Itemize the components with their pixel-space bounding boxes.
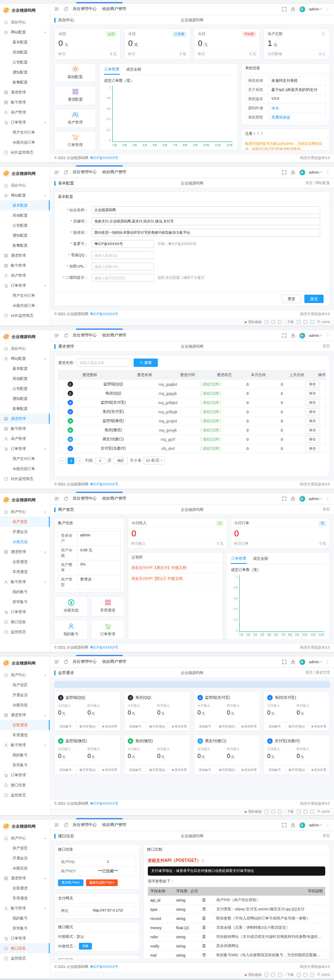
sidebar-item[interactable]: 订单管理 ▴	[0, 117, 50, 127]
zoom-level[interactable]: 100%	[317, 972, 330, 977]
edit-button[interactable]: 修改	[305, 381, 319, 388]
sidebar-item[interactable]: 站长监控状态	[0, 147, 50, 157]
sidebar-item[interactable]: 通知配置	[0, 230, 50, 240]
refresh-icon[interactable]	[63, 496, 68, 501]
sidebar-item[interactable]: 开通会员	[0, 690, 50, 700]
api-doc-link[interactable]: 发起支付API【默认】对接文档	[128, 573, 223, 584]
more-icon[interactable]: ⋮	[326, 170, 330, 174]
chart-tab[interactable]: 成交金额	[126, 66, 142, 75]
sidebar-item[interactable]: 商户首页	[0, 843, 50, 853]
lock-icon[interactable]	[291, 333, 296, 338]
lock-icon[interactable]	[291, 7, 296, 12]
sidebar-item[interactable]: 基本配置	[0, 37, 50, 47]
breadcrumb[interactable]: 首页	[323, 834, 330, 839]
sidebar-item[interactable]: 通道管理	[0, 414, 50, 424]
sidebar-item[interactable]: 余额充值	[0, 700, 50, 710]
manage-account-button[interactable]: 账号管理(0)	[286, 766, 308, 774]
refresh-icon[interactable]	[63, 333, 68, 338]
manage-account-button[interactable]: 账号管理(0)	[147, 766, 169, 774]
set-favorite-button[interactable]: ★设为常用	[238, 766, 260, 774]
edit-button[interactable]: 修改	[305, 390, 319, 397]
sidebar-item[interactable]: 订单管理 ▴	[0, 444, 50, 454]
header-nav-item[interactable]: 收款商户管理	[102, 6, 126, 12]
user-menu[interactable]: admin▾	[309, 823, 322, 827]
manage-account-button[interactable]: 账号管理(0)	[286, 722, 308, 731]
sidebar-item[interactable]: 账号管理 ▴	[0, 577, 50, 587]
more-icon[interactable]: ⋮	[326, 496, 330, 501]
shortcut-card[interactable]: 常用通道	[91, 596, 124, 616]
add-account-button[interactable]: 添加账号	[194, 722, 216, 731]
capture-tool-icon[interactable]	[271, 973, 275, 977]
sidebar-item[interactable]: 余额充值订单	[0, 137, 50, 147]
sidebar-item[interactable]: 其他配置	[0, 210, 50, 220]
sidebar-item[interactable]: 商户管理	[0, 107, 50, 117]
shortcut-card[interactable]: 基础配置	[54, 63, 96, 82]
manage-account-button[interactable]: 账号管理(0)	[77, 722, 99, 731]
avatar[interactable]: ▶	[299, 169, 305, 175]
sidebar-item[interactable]: 商户首页	[0, 517, 50, 527]
chart-tab[interactable]: 成交金额	[253, 555, 268, 564]
sidebar-item[interactable]: 订单管理	[0, 933, 50, 943]
sidebar-item[interactable]: 监控状态	[0, 953, 50, 963]
user-menu[interactable]: admin▾	[309, 7, 322, 11]
edit-button[interactable]: 修改	[305, 445, 319, 452]
field-input[interactable]	[91, 251, 154, 259]
sidebar-item[interactable]: 账号管理 ▴	[0, 903, 50, 913]
manage-account-button[interactable]: 账号管理(0)	[216, 766, 238, 774]
sidebar-item[interactable]: 订单管理 ▴	[0, 280, 50, 290]
capture-tool-icon[interactable]	[265, 810, 268, 813]
user-menu[interactable]: admin▾	[309, 170, 322, 174]
lock-icon[interactable]	[291, 170, 296, 175]
sidebar-item[interactable]: 公告配置	[0, 220, 50, 230]
more-icon[interactable]: ⋮	[326, 333, 330, 338]
capture-tool-icon[interactable]	[304, 810, 307, 813]
show-key-button[interactable]: 显示商户KEY	[58, 879, 84, 886]
lock-icon[interactable]	[291, 823, 296, 828]
add-account-button[interactable]: 添加账号	[264, 722, 286, 731]
sidebar-item[interactable]: 商户中心 ▴	[0, 670, 50, 680]
sidebar-item[interactable]: 商户中心 ▴	[0, 507, 50, 517]
sidebar-item[interactable]: 订单管理	[0, 607, 50, 617]
sidebar-item[interactable]: 商户管理	[0, 434, 50, 444]
sidebar-item[interactable]: 公告配置	[0, 384, 50, 394]
manage-account-button[interactable]: 账号管理(0)	[216, 722, 238, 731]
sidebar-item[interactable]: 开通会员	[0, 527, 50, 537]
my-video-button[interactable]: ▶我的视频	[245, 809, 261, 814]
sidebar-item[interactable]: 通道管理	[0, 250, 50, 260]
fullscreen-icon[interactable]	[282, 333, 287, 338]
sidebar-item[interactable]: 异常账号	[0, 597, 50, 607]
refresh-icon[interactable]	[63, 823, 68, 828]
edit-button[interactable]: 修改	[305, 399, 319, 406]
field-input[interactable]	[91, 206, 320, 214]
user-menu[interactable]: admin▾	[309, 660, 322, 664]
sidebar-item[interactable]: 余额充值	[0, 863, 50, 873]
download-button[interactable]: ↓下载	[285, 809, 294, 814]
manage-account-button[interactable]: 账号管理(0)	[77, 766, 99, 774]
refresh-icon[interactable]	[63, 659, 68, 664]
header-nav-item[interactable]: 后台管理中心	[73, 496, 96, 501]
capture-tool-icon[interactable]	[304, 320, 307, 324]
add-account-button[interactable]: 添加账号	[55, 766, 77, 774]
breadcrumb[interactable]: 首页 / 通道管理	[306, 670, 330, 675]
per-page-select[interactable]: 10 条/页▾	[144, 457, 164, 465]
header-nav-item[interactable]: 收款商户管理	[102, 496, 126, 501]
confirm-page-button[interactable]: 确定	[114, 457, 128, 464]
icp-link[interactable]: 粤ICP备XXXXX号	[90, 482, 118, 487]
capture-tool-icon[interactable]	[271, 320, 275, 324]
sidebar-item[interactable]: 后台中心	[0, 344, 50, 354]
capture-tool-icon[interactable]	[297, 320, 301, 324]
goto-page-input[interactable]	[95, 457, 106, 464]
sidebar-item[interactable]: 通道管理 ▴	[0, 710, 50, 720]
sidebar-item[interactable]: 通知配置	[0, 394, 50, 404]
api-doc-link[interactable]: 发起支付API【易支付】对接文档	[128, 563, 223, 573]
field-input[interactable]	[91, 240, 154, 248]
page-button[interactable]: 1	[68, 457, 74, 464]
sidebar-item[interactable]: 其他配置	[0, 374, 50, 384]
set-favorite-button[interactable]: ★设为常用	[99, 722, 120, 731]
sidebar-item[interactable]: 我的账号	[0, 587, 50, 597]
more-icon[interactable]: ⋮	[326, 823, 330, 827]
prev-page-button[interactable]: ‹	[59, 457, 66, 464]
sidebar-item[interactable]: 余额充值	[0, 537, 50, 547]
header-nav-item[interactable]: 收款商户管理	[102, 659, 126, 664]
sidebar-item[interactable]: 商户管理	[0, 270, 50, 280]
